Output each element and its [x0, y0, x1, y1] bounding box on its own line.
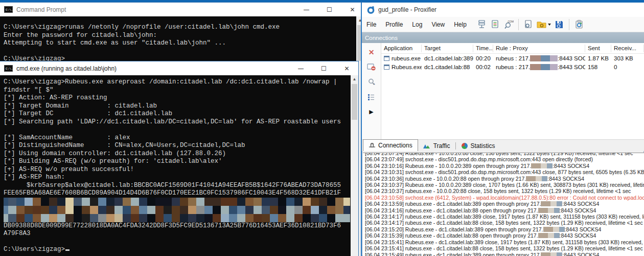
open-profile-icon[interactable] [535, 18, 553, 31]
cmd2-scrollbar[interactable]: ▲ [351, 75, 358, 256]
console-line: [*] Building AS-REQ (w/o preauth) for: '… [4, 158, 350, 166]
connections-panel-caption: Connections [362, 32, 644, 43]
window-title: Command Prompt [16, 6, 66, 13]
new-profile-icon[interactable] [522, 18, 535, 31]
traffic-tab-icon [423, 143, 431, 148]
maximize-button[interactable]: ☐ [312, 61, 335, 75]
cmd-icon: C:\. [4, 6, 13, 13]
column-rule-proxy[interactable]: Rule : Proxy [493, 45, 585, 52]
log-line: [06.04 23:15:39] rubeus.exe - dc1.citade… [365, 232, 644, 239]
abort-connection-icon[interactable] [366, 62, 377, 72]
scroll-up-icon[interactable]: ▲ [351, 75, 358, 83]
console-line [4, 48, 356, 56]
view-tabbar: Connections Traffic Statistics [362, 139, 644, 151]
console-line: Enter the password for citadel.lab\john: [4, 32, 356, 40]
proxifier-titlebar[interactable]: gud_profile - Proxifier [362, 3, 644, 17]
console-line: [*] Using domain controller: dc1.citadel… [4, 150, 350, 158]
zoom-in-icon[interactable]: + [366, 77, 377, 87]
redacted-ip [526, 176, 547, 181]
log-line: [06.04 23:07:24] Rubeus.exe - 10.0.0.20:… [365, 153, 644, 156]
log-line: [06.04 23:15:20] Rubeus.exe - dc1.citade… [365, 226, 644, 232]
proxy-servers-icon[interactable] [475, 18, 489, 31]
log-panel[interactable]: [06.04 23:07:24] Rubeus.exe - 10.0.0.20:… [363, 153, 644, 256]
proxifier-window: gud_profile - Proxifier File Profile Log… [361, 3, 644, 256]
app-window-icon [384, 65, 389, 70]
close-connection-icon[interactable]: ✕ [366, 47, 377, 57]
maximize-button[interactable]: ☐ [318, 3, 341, 16]
system-settings-icon[interactable] [572, 18, 586, 31]
console-line: Attempting to start cmd.exe as user "cit… [4, 39, 356, 48]
close-button[interactable]: ✕ [335, 61, 358, 75]
name-resolution-icon[interactable]: .COM [502, 18, 515, 31]
scrollbar-thumb[interactable] [352, 84, 357, 120]
redacted-ip [538, 233, 560, 238]
console-line: [*] AS-REP hash: [4, 174, 350, 182]
log-line: [06.04 23:14:16] rubeus.exe - dc1.citade… [365, 207, 644, 214]
console-line: DB09388D8DE009D99E77228018DA0AC4FDA3242D… [4, 222, 350, 230]
console-line: findstr "[ $" [4, 87, 350, 95]
table-header: Application Target Time... Rule : Proxy … [381, 43, 644, 54]
menu-help[interactable]: Help [449, 21, 471, 28]
column-target[interactable]: Target [422, 45, 473, 52]
tab-separator [455, 142, 456, 150]
svg-text:.COM: .COM [507, 20, 514, 23]
connection-row[interactable]: rubeus.exedc1.citadel.lab:38900:20rubeus… [381, 54, 644, 62]
cmd2-console[interactable]: C:\Users\zigzag>Rubeus.exe asreproast /d… [0, 75, 358, 256]
console-line: FEE65FB5A68AE6E7608B6BCD89A904D14D4D6B76… [4, 189, 350, 198]
log-line: [06.04 23:14:17] rubeus.exe - dc1.citade… [365, 214, 644, 220]
tab-connections[interactable]: Connections [363, 139, 418, 151]
menu-profile[interactable]: Profile [381, 21, 407, 28]
minimize-button[interactable]: — [289, 61, 312, 75]
redacted-ip [530, 55, 558, 61]
log-line-error: [06.04 23:10:58] svchost.exe (6412, Syst… [365, 195, 644, 201]
console-line: [*] DistinguishedName : CN=alex,CN=Users… [4, 142, 350, 150]
cmd1-titlebar[interactable]: C:\. Command Prompt — ☐ ✕ [0, 3, 364, 16]
svg-text:+: + [373, 82, 375, 86]
log-line: [06.04 23:15:41] rubeus.exe - dc1.citade… [365, 245, 644, 251]
column-application[interactable]: Application [381, 45, 422, 52]
save-profile-icon[interactable] [553, 18, 566, 31]
log-line: [06.04 23:10:31] svchost.exe - disc501.p… [365, 169, 644, 175]
proxification-rules-icon[interactable] [489, 18, 502, 31]
console-line [4, 126, 350, 134]
connection-row[interactable]: Rubeus.exedc1.citadel.lab:8800:02rubeus … [381, 62, 644, 71]
menu-file[interactable]: File [362, 21, 381, 28]
redacted-ip [538, 208, 560, 213]
statistics-tab-icon [462, 143, 468, 149]
console-line: [*] Action: AS-REP roasting [4, 94, 350, 102]
connections-table: Application Target Time... Rule : Proxy … [381, 43, 644, 139]
redacted-ip [541, 252, 562, 256]
column-received[interactable]: Receiv... [611, 45, 644, 52]
connections-toolbar: ✕ + ▶ [362, 43, 381, 139]
toolbar-separator [518, 19, 519, 30]
redacted-ip [530, 64, 558, 70]
minimize-button[interactable]: — [295, 3, 318, 16]
console-line: A79F8A3 [4, 230, 350, 238]
tab-traffic[interactable]: Traffic [418, 140, 455, 151]
console-line: [+] AS-REQ w/o preauth successful! [4, 166, 350, 174]
log-line: [06.04 23:10:16] Rubeus.exe - 10.0.0.20:… [365, 163, 644, 169]
log-line: [06.04 23:07:49] svchost.exe - disc501.p… [365, 156, 644, 162]
connections-tab-icon [369, 142, 376, 148]
column-time[interactable]: Time... [473, 45, 493, 52]
toolbar-separator [569, 19, 569, 30]
details-view-icon[interactable] [366, 92, 377, 102]
connections-panel: ✕ + ▶ Application [362, 43, 644, 139]
console-line: C:\Users\zigzag>Rubeus.exe asreproast /d… [4, 78, 350, 87]
column-sent[interactable]: Sent [585, 45, 611, 52]
cmd2-titlebar[interactable]: C:\. cmd.exe (running as citadel.lab\joh… [0, 61, 358, 75]
menu-log[interactable]: Log [407, 21, 427, 28]
resume-icon[interactable]: ▶ [366, 106, 377, 117]
redacted-hash-mosaic [4, 198, 350, 222]
console-line: C:\Users\zigzag>runas /netonly /noprofil… [4, 24, 356, 32]
proxifier-menubar: File Profile Log View Help .COM [362, 17, 644, 32]
console-line: [*] Target Domain : citadel.lab [4, 102, 350, 111]
menu-view[interactable]: View [427, 21, 449, 28]
proxifier-logo-icon [366, 6, 375, 14]
log-line: [06.04 23:15:49] rubeus.exe - dc1.citade… [365, 252, 644, 256]
console-line [4, 238, 350, 246]
log-line: [06.04 23:10:37] Rubeus.exe - 10.0.0.20:… [365, 182, 644, 188]
window-title: gud_profile - Proxifier [378, 6, 436, 13]
desktop: C:\. Command Prompt — ☐ ✕ C:\Users\zigza… [0, 0, 644, 256]
tab-statistics[interactable]: Statistics [456, 140, 500, 151]
